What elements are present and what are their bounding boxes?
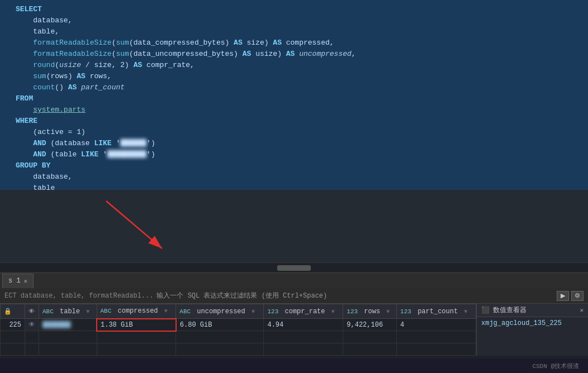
filter-prefix: ECT database, table, formatReadabl... xyxy=(4,292,153,300)
col-type-uncompressed: ABC xyxy=(179,308,191,315)
line-code: SELECT xyxy=(16,5,588,13)
sql-line-16: database, xyxy=(0,172,588,183)
sql-line-5: formatReadableSize(sum(data_uncompressed… xyxy=(0,49,588,60)
eye-icon: 👁 xyxy=(29,308,35,315)
lock-icon: 🔒 xyxy=(4,308,12,315)
col-sort-rows[interactable]: ▼ xyxy=(386,309,390,315)
settings-button[interactable]: ⚙ xyxy=(571,291,584,301)
table-header-row: 🔒 👁 ABC table ▼ ABC compressed xyxy=(1,304,476,319)
sql-line-7: sum(rows) AS rows, xyxy=(0,71,588,83)
row-num: 225 xyxy=(1,319,25,331)
cell-part-count-value: 4 xyxy=(400,321,404,329)
tab-s1[interactable]: s 1 ✕ xyxy=(2,274,34,288)
col-label-compressed: compressed xyxy=(118,307,158,315)
filter-actions: ▶ ⚙ xyxy=(557,291,584,301)
sql-line-10: system.parts xyxy=(0,105,588,116)
col-header-eye: 👁 xyxy=(25,304,39,319)
side-panel-close-icon[interactable]: ✕ xyxy=(580,307,584,314)
tab-close-icon[interactable]: ✕ xyxy=(24,278,28,285)
col-type-compressed: ABC xyxy=(101,308,112,314)
col-label-compr-rate: compr_rate xyxy=(284,308,325,315)
col-label-rows: rows xyxy=(364,308,380,315)
sql-line-3: table, xyxy=(0,27,588,38)
col-sort-uncompressed[interactable]: ▼ xyxy=(252,309,255,315)
col-header-table[interactable]: ABC table ▼ xyxy=(39,304,97,319)
col-type-compr-rate: 123 xyxy=(267,308,278,315)
cell-compr-rate-value: 4.94 xyxy=(267,321,283,329)
side-panel-header: ⬛ 数值查看器 ✕ xyxy=(477,304,588,317)
side-panel-content: xmjg_agcloud_135_225 xyxy=(477,317,588,329)
svg-line-1 xyxy=(106,201,162,248)
arrow-area xyxy=(0,190,588,262)
table-row[interactable]: 225 👁 ███████ 1.38 GiB 6.80 GiB 4.94 xyxy=(1,319,476,331)
sql-line-14: AND (table LIKE '█████████') xyxy=(0,150,588,161)
col-label-uncompressed: uncompressed xyxy=(197,308,245,315)
bottom-bar: CSDN @技术很渣 xyxy=(0,358,588,373)
sql-line-8: count() AS part_count xyxy=(0,83,588,94)
results-table: 🔒 👁 ABC table ▼ ABC compressed xyxy=(0,304,476,356)
arrow-diagram xyxy=(89,195,190,262)
sql-line-15: GROUP BY xyxy=(0,161,588,172)
col-sort-table[interactable]: ▼ xyxy=(86,309,89,315)
side-panel-title: 数值查看器 xyxy=(493,305,576,315)
watermark-text: CSDN @技术很渣 xyxy=(532,362,579,370)
col-header-rows[interactable]: 123 rows ▼ xyxy=(343,304,397,319)
sql-line-1: SELECT xyxy=(0,4,588,16)
col-label-table: table xyxy=(60,308,80,315)
run-button[interactable]: ▶ xyxy=(557,291,569,301)
cell-rows-value: 9,422,106 xyxy=(347,321,383,329)
results-container: 🔒 👁 ABC table ▼ ABC compressed xyxy=(0,304,588,356)
sql-line-9: FROM xyxy=(0,94,588,105)
col-header-compressed[interactable]: ABC compressed ▼ xyxy=(97,304,176,319)
col-header-compr-rate[interactable]: 123 compr_rate ▼ xyxy=(264,304,343,319)
sql-line-6: round(usize / size, 2) AS compr_rate, xyxy=(0,60,588,71)
col-sort-part-count[interactable]: ▼ xyxy=(464,309,467,315)
cell-compressed-value: 1.38 GiB xyxy=(101,321,133,329)
cell-part-count[interactable]: 4 xyxy=(397,319,476,331)
sql-editor[interactable]: SELECT database, table, formatReadableSi… xyxy=(0,0,588,190)
tab-label: s 1 xyxy=(8,277,21,285)
col-type-table: ABC xyxy=(42,308,54,315)
sql-line-4: formatReadableSize(sum(data_compressed_b… xyxy=(0,38,588,49)
filter-bar: ECT database, table, formatReadabl... 输入… xyxy=(0,288,588,304)
sql-line-12: (active = 1) xyxy=(0,127,588,138)
cell-compr-rate[interactable]: 4.94 xyxy=(264,319,343,331)
cell-compressed[interactable]: 1.38 GiB xyxy=(97,319,176,331)
sql-line-11: WHERE xyxy=(0,116,588,127)
side-panel-value: xmjg_agcloud_135_225 xyxy=(481,319,562,327)
filter-hint: 输入一个 SQL 表达式来过滤结果 (使用 Ctrl+Space) xyxy=(157,291,553,300)
sql-line-13: AND (database LIKE '██████') xyxy=(0,138,588,150)
cell-uncompressed-value: 6.80 GiB xyxy=(180,321,212,329)
horizontal-scrollbar[interactable] xyxy=(0,262,588,272)
sql-line-2: database, xyxy=(0,16,588,27)
results-side-panel: ⬛ 数值查看器 ✕ xmjg_agcloud_135_225 xyxy=(476,304,588,356)
tab-bar: s 1 ✕ xyxy=(0,272,588,288)
col-header-uncompressed[interactable]: ABC uncompressed ▼ xyxy=(176,304,264,319)
cell-table-value: ███████ xyxy=(42,321,70,329)
results-area: 🔒 👁 ABC table ▼ ABC compressed xyxy=(0,304,588,356)
cell-eye: 👁 xyxy=(25,319,39,331)
col-sort-compressed[interactable]: ▼ xyxy=(164,308,168,314)
cell-rows[interactable]: 9,422,106 xyxy=(343,319,397,331)
col-header-part-count[interactable]: 123 part_count ▼ xyxy=(397,304,476,319)
col-sort-compr-rate[interactable]: ▼ xyxy=(331,309,335,315)
table-row-empty1 xyxy=(1,331,476,343)
side-panel-icon: ⬛ xyxy=(481,306,490,314)
cell-table[interactable]: ███████ xyxy=(39,319,97,331)
col-type-rows: 123 xyxy=(347,308,358,315)
col-label-part-count: part_count xyxy=(418,308,458,315)
col-type-part-count: 123 xyxy=(400,308,411,315)
results-main: 🔒 👁 ABC table ▼ ABC compressed xyxy=(0,304,476,356)
table-row-empty2 xyxy=(1,343,476,356)
sql-line-17: table xyxy=(0,183,588,190)
cell-uncompressed[interactable]: 6.80 GiB xyxy=(176,319,264,331)
col-header-lock: 🔒 xyxy=(1,304,25,319)
scroll-thumb[interactable] xyxy=(277,265,311,271)
